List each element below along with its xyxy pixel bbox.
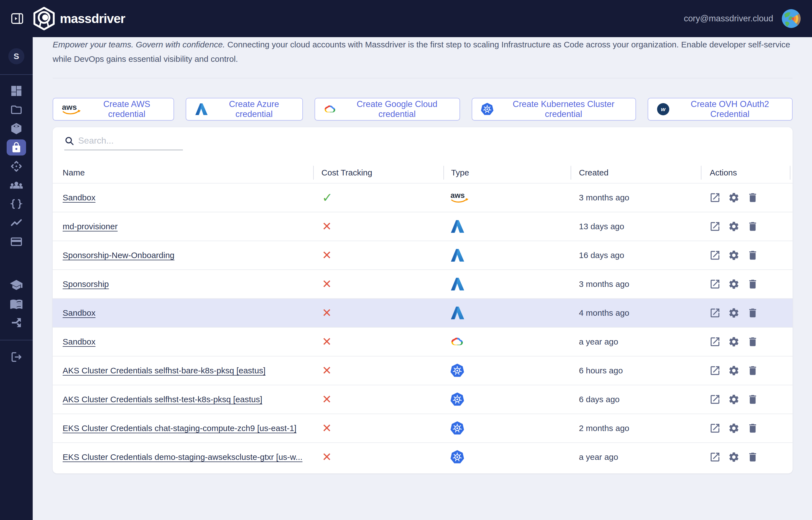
sidebar-item-artifacts[interactable] [0, 157, 33, 176]
delete-credential-button[interactable] [747, 336, 759, 347]
configure-credential-button[interactable] [728, 192, 740, 204]
user-avatar[interactable] [781, 8, 802, 29]
sidebar-item-packages[interactable] [0, 119, 33, 138]
billing-card-icon [10, 235, 23, 248]
search-input[interactable] [78, 135, 178, 146]
sidebar-item-logout[interactable] [0, 347, 33, 366]
configure-credential-button[interactable] [728, 278, 740, 290]
delete-credential-button[interactable] [747, 250, 759, 261]
open-credential-button[interactable] [709, 192, 721, 204]
open-credential-button[interactable] [709, 220, 721, 232]
svg-text:aws: aws [450, 191, 465, 200]
graduation-cap-icon [10, 279, 23, 291]
configure-credential-button[interactable] [728, 394, 740, 405]
credential-name-link[interactable]: md-provisioner [63, 222, 117, 231]
search-icon [64, 136, 74, 146]
created-at: 13 days ago [579, 222, 624, 231]
aws-icon: aws [61, 103, 82, 116]
delete-credential-button[interactable] [747, 422, 759, 434]
delete-credential-button[interactable] [747, 220, 759, 232]
credential-name-link[interactable]: Sandbox [63, 308, 95, 318]
created-at: 6 days ago [579, 395, 620, 404]
sidebar-item-credentials[interactable] [0, 138, 33, 157]
delete-credential-button[interactable] [747, 192, 759, 204]
table-header: Name Cost Tracking Type Created Actions [53, 162, 793, 183]
sidebar-item-docs[interactable] [0, 294, 33, 313]
user-email: cory@massdriver.cloud [684, 14, 773, 24]
open-credential-button[interactable] [709, 307, 721, 319]
cloud-type-icon: aws [450, 191, 470, 204]
sidebar-item-roadmap[interactable] [0, 313, 33, 332]
ovh-icon: w [656, 103, 670, 116]
configure-credential-button[interactable] [728, 365, 740, 376]
credential-name-link[interactable]: AKS Cluster Credentials selfhst-test-k8s… [63, 395, 262, 404]
table-row: AKS Cluster Credentials selfhst-test-k8s… [53, 385, 793, 414]
kubernetes-icon [481, 103, 494, 116]
create-azure-credential-button[interactable]: Create Azure credential [186, 98, 303, 121]
table-row: Sponsorship-New-Onboarding ✕ 16 days ago [53, 241, 793, 269]
created-at: 3 months ago [579, 279, 629, 289]
org-avatar[interactable]: S [8, 48, 24, 64]
brand: massdriver [32, 7, 125, 30]
sidebar-item-projects[interactable] [0, 100, 33, 119]
sidebar: S [0, 37, 33, 520]
credential-name-link[interactable]: Sandbox [63, 337, 95, 346]
open-credential-button[interactable] [709, 336, 721, 347]
create-gcp-credential-button[interactable]: Create Google Cloud credential [315, 98, 460, 121]
open-credential-button[interactable] [709, 394, 721, 405]
cloud-type-icon [450, 363, 464, 378]
open-credential-button[interactable] [709, 451, 721, 463]
delete-credential-button[interactable] [747, 451, 759, 463]
configure-credential-button[interactable] [728, 451, 740, 463]
configure-credential-button[interactable] [728, 307, 740, 319]
table-row: AKS Cluster Credentials selfhst-bare-k8s… [53, 356, 793, 385]
created-at: a year ago [579, 452, 618, 462]
cloud-type-icon [450, 421, 464, 436]
created-at: a year ago [579, 337, 618, 346]
panel-expand-icon [10, 11, 24, 26]
delete-credential-button[interactable] [747, 307, 759, 319]
sidebar-item-users[interactable] [0, 176, 33, 194]
sidebar-item-code[interactable] [0, 194, 33, 213]
credential-name-link[interactable]: EKS Cluster Credentials demo-staging-aws… [63, 452, 302, 462]
button-label: Create Google Cloud credential [343, 99, 451, 119]
configure-credential-button[interactable] [728, 250, 740, 261]
credential-name-link[interactable]: Sponsorship [63, 279, 109, 289]
sidebar-item-metrics[interactable] [0, 213, 33, 232]
configure-credential-button[interactable] [728, 336, 740, 347]
sidebar-item-dashboard[interactable] [0, 81, 33, 100]
earth-avatar-icon [781, 8, 802, 29]
credential-name-link[interactable]: AKS Cluster Credentials selfhst-bare-k8s… [63, 366, 266, 375]
open-credential-button[interactable] [709, 365, 721, 376]
sidebar-collapse-button[interactable] [9, 11, 25, 26]
credential-name-link[interactable]: EKS Cluster Credentials chat-staging-com… [63, 423, 297, 433]
cost-tracking-status-icon: ✕ [322, 220, 332, 232]
delete-credential-button[interactable] [747, 278, 759, 290]
cost-tracking-status-icon: ✕ [322, 365, 332, 376]
configure-credential-button[interactable] [728, 422, 740, 434]
page-subtitle: Empower your teams. Govern with confiden… [53, 37, 793, 66]
table-row: Sponsorship ✕ 3 months ago [53, 269, 793, 298]
sidebar-item-billing[interactable] [0, 232, 33, 251]
cloud-type-icon [450, 277, 464, 291]
open-credential-button[interactable] [709, 250, 721, 261]
open-credential-button[interactable] [709, 422, 721, 434]
configure-credential-button[interactable] [728, 220, 740, 232]
svg-text:w: w [661, 106, 666, 112]
branch-split-icon [10, 316, 23, 329]
svg-text:aws: aws [62, 103, 77, 111]
credentials-table-body: Sandbox ✓ aws 3 months ago md-provisione… [53, 183, 793, 471]
users-icon [10, 179, 23, 191]
credential-name-link[interactable]: Sandbox [63, 193, 95, 202]
create-kubernetes-credential-button[interactable]: Create Kubernetes Cluster credential [472, 98, 636, 121]
cloud-type-icon [450, 248, 464, 262]
open-credential-button[interactable] [709, 278, 721, 290]
create-aws-credential-button[interactable]: aws Create AWS credential [53, 98, 174, 121]
sidebar-item-learn[interactable] [0, 276, 33, 294]
create-ovh-credential-button[interactable]: w Create OVH OAuth2 Credential [648, 98, 793, 121]
credential-name-link[interactable]: Sponsorship-New-Onboarding [63, 251, 174, 260]
delete-credential-button[interactable] [747, 365, 759, 376]
docs-book-icon [10, 297, 23, 310]
active-nav-pill [7, 139, 26, 156]
delete-credential-button[interactable] [747, 394, 759, 405]
